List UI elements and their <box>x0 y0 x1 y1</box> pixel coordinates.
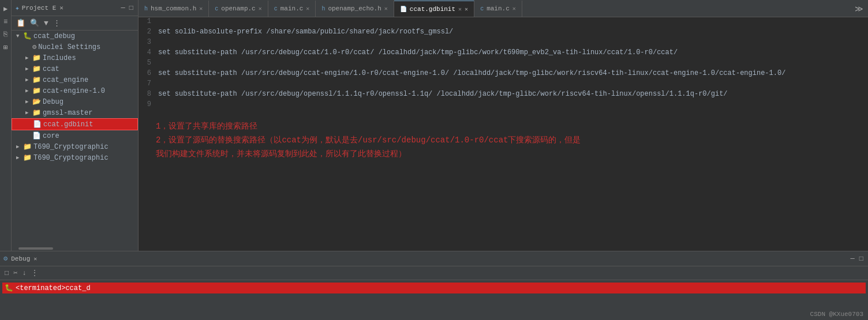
debug-minimize-btn[interactable]: ─ <box>850 254 856 263</box>
collapse-icon[interactable]: ▶ <box>2 3 9 14</box>
tree-item-debug[interactable]: ▶ 📂 Debug <box>12 96 138 107</box>
tab-main-c-1[interactable]: c main.c ✕ <box>268 1 316 17</box>
sidebar-title: Project E <box>22 5 56 12</box>
tab-label-openamp: openamp.c <box>221 5 255 12</box>
tree-arrow-gmssl: ▶ <box>25 110 32 116</box>
sidebar-header-icons: ─ □ <box>120 3 134 13</box>
debug-title: Debug <box>11 255 30 262</box>
line-content-4: set substitute-path /usr/src/debug/ccat/… <box>156 48 868 57</box>
tree-item-t690-2[interactable]: ▶ 📁 T690_Cryptographic <box>12 152 138 163</box>
debug-item-label: <terminated>ccat_d <box>16 284 91 292</box>
ccat-engine-icon: 📁 <box>32 76 41 84</box>
tree-item-ccat[interactable]: ▶ 📁 ccat <box>12 63 138 74</box>
tab-label-main2: main.c <box>487 5 510 12</box>
editor-lines: 1 2 set solib-absolute-prefix /share/sam… <box>139 17 868 111</box>
debug-maximize-btn[interactable]: □ <box>858 254 865 263</box>
filter-icon[interactable]: 🔍 <box>29 18 40 28</box>
line-num-3: 3 <box>139 38 156 46</box>
tab-close-echo[interactable]: ✕ <box>384 5 388 12</box>
tree-item-nuclei-settings[interactable]: ⚙ Nuclei Settings <box>12 42 138 52</box>
ccat-engine-1-icon: 📁 <box>32 86 41 95</box>
debug-header: ⚙ Debug ✕ ─ □ <box>0 251 868 266</box>
debug-cut-btn[interactable]: ✂ <box>12 268 18 278</box>
tab-close-main2[interactable]: ✕ <box>512 5 516 12</box>
tab-main-c-2[interactable]: c main.c ✕ <box>474 1 522 17</box>
editor-content[interactable]: 1 2 set solib-absolute-prefix /share/sam… <box>139 17 868 251</box>
tab-icon-openamp: c <box>215 6 218 12</box>
tree-arrow-ccat: ▶ <box>25 66 32 72</box>
tab-openamp-echo[interactable]: h openamp_echo.h ✕ <box>316 1 394 17</box>
nav-icon[interactable]: ⎘ <box>2 29 9 40</box>
tab-close-hsm[interactable]: ✕ <box>199 5 203 12</box>
sidebar-header-left: ✦ Project E ✕ <box>15 3 63 13</box>
line-content-2: set solib-absolute-prefix /share/samba/p… <box>156 28 868 36</box>
tab-openamp-c[interactable]: c openamp.c ✕ <box>209 1 268 17</box>
sidebar-close-icon: ✕ <box>59 4 63 12</box>
debug-content: 🐛 <terminated>ccat_d <box>0 280 868 320</box>
project-sidebar: ✦ Project E ✕ ─ □ 📋 🔍 ▼ ⋮ ▼ 🐛 ccat_debug <box>12 0 139 251</box>
new-file-icon[interactable]: 📋 <box>15 18 27 28</box>
tab-ccat-gdbinit[interactable]: 📄 ccat.gdbinit ✕ ✕ <box>394 1 474 17</box>
tree-item-ccat-engine-1[interactable]: ▶ 📁 ccat-engine-1.0 <box>12 85 138 96</box>
tab-label-main1: main.c <box>280 5 304 12</box>
gdbinit-label: ccat.gdbinit <box>43 121 93 129</box>
line-num-7: 7 <box>139 80 156 88</box>
tab-label-gdbinit: ccat.gdbinit <box>410 6 455 13</box>
debug-title-close-icon: ✕ <box>33 255 37 262</box>
annotation-block: 1，设置了共享库的搜索路径 2，设置了源码的替换搜索路径（以ccat为例，默认是… <box>139 111 868 170</box>
tab-icon-gdbinit: 📄 <box>400 6 407 13</box>
tree-item-ccat-gdbinit[interactable]: 📄 ccat.gdbinit <box>12 118 138 130</box>
sidebar-minimize-btn[interactable]: ─ <box>120 3 126 13</box>
line-num-2: 2 <box>139 28 156 36</box>
debug-folder-icon: 📂 <box>32 97 41 106</box>
tabs-overflow-btn[interactable]: ≫ <box>850 1 868 17</box>
editor-area: h hsm_common.h ✕ c openamp.c ✕ c main.c … <box>139 0 868 251</box>
tree-item-core[interactable]: 📄 core <box>12 130 138 141</box>
line-num-9: 9 <box>139 100 156 108</box>
editor-line-7: 7 <box>139 80 868 90</box>
search-side-icon[interactable]: ⊞ <box>2 42 9 53</box>
includes-label: Includes <box>43 54 76 62</box>
editor-line-2: 2 set solib-absolute-prefix /share/samba… <box>139 28 868 38</box>
t690-2-label: T690_Cryptographic <box>33 154 108 162</box>
collapse-all-icon[interactable]: ▼ <box>43 18 50 28</box>
tab-hsm-common-h[interactable]: h hsm_common.h ✕ <box>139 1 209 17</box>
tree-item-includes[interactable]: ▶ 📁 Includes <box>12 52 138 63</box>
tree-item-gmssl[interactable]: ▶ 📁 gmssl-master <box>12 107 138 118</box>
editor-line-1: 1 <box>139 17 868 28</box>
debug-toolbar: □ ✂ ↓ ⋮ <box>0 266 868 280</box>
tab-close-gdbinit[interactable]: ✕ <box>458 6 462 13</box>
nuclei-settings-icon: ⚙ <box>32 43 36 51</box>
gdbinit-icon: 📄 <box>33 120 42 129</box>
sidebar-header: ✦ Project E ✕ ─ □ <box>12 0 138 16</box>
left-collapse-bar: ▶ ≡ ⎘ ⊞ <box>0 0 12 251</box>
debug-step-btn[interactable]: ↓ <box>21 269 27 278</box>
tab-icon-main2: c <box>480 6 484 12</box>
tree-item-t690-1[interactable]: ▶ 📁 T690_Cryptographic <box>12 141 138 152</box>
more-icon[interactable]: ⋮ <box>52 18 62 28</box>
gmssl-label: gmssl-master <box>43 109 92 117</box>
editor-line-6: 6 set substitute-path /usr/src/debug/cca… <box>139 69 868 80</box>
debug-copy-btn[interactable]: □ <box>3 269 10 278</box>
tab-close-openamp[interactable]: ✕ <box>259 5 262 12</box>
line-num-8: 8 <box>139 90 156 98</box>
sidebar-tree: ▼ 🐛 ccat_debug ⚙ Nuclei Settings ▶ 📁 Inc… <box>12 31 138 246</box>
annotation-line-1: 1，设置了共享库的搜索路径 <box>156 120 851 134</box>
tree-item-ccat-engine[interactable]: ▶ 📁 ccat_engine <box>12 74 138 85</box>
sidebar-maximize-btn[interactable]: □ <box>128 3 134 13</box>
tab-icon-echo: h <box>321 6 325 12</box>
debug-header-icons: ─ □ <box>850 254 865 263</box>
sidebar-scrollbar[interactable] <box>12 246 138 251</box>
tree-arrow-ccat-engine-1: ▶ <box>25 88 32 94</box>
editor-line-4: 4 set substitute-path /usr/src/debug/cca… <box>139 48 868 59</box>
tree-item-ccat-debug[interactable]: ▼ 🐛 ccat_debug <box>12 31 138 42</box>
tab-close-main1[interactable]: ✕ <box>306 5 309 12</box>
expand-icon[interactable]: ≡ <box>2 17 9 27</box>
tree-arrow-t690-1: ▶ <box>16 144 23 150</box>
core-icon: 📄 <box>32 131 41 140</box>
ccat-engine-1-label: ccat-engine-1.0 <box>43 87 105 95</box>
tab-label-echo: openamp_echo.h <box>328 5 381 12</box>
project-icon: ✦ <box>15 3 20 13</box>
debug-more-btn[interactable]: ⋮ <box>30 268 39 278</box>
debug-terminated-item[interactable]: 🐛 <terminated>ccat_d <box>2 283 866 293</box>
